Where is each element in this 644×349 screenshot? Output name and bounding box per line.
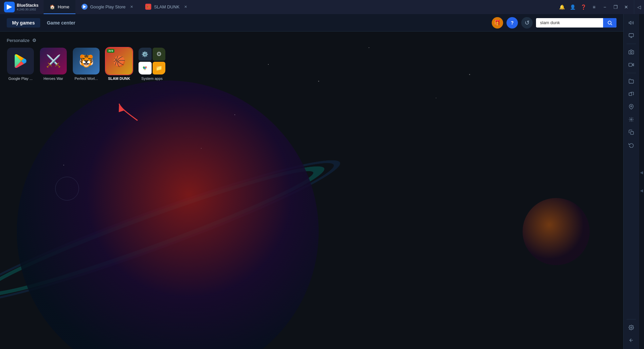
personalize-settings-icon[interactable]: ⚙: [32, 38, 37, 43]
slam-dunk-badge: 3V3: [107, 49, 114, 53]
tab-home[interactable]: 🏠 Home: [44, 0, 75, 14]
slam-dunk-icon-wrap: 3V3 🏀: [106, 48, 132, 74]
svg-line-4: [611, 24, 612, 25]
slam-dunk-tab-close[interactable]: ✕: [184, 5, 187, 9]
screenshot-button[interactable]: [625, 46, 637, 58]
help-button[interactable]: ❓: [578, 2, 588, 12]
system-apps-icon-wrap: ⚙️ ⚙ 📁: [139, 48, 165, 74]
sidebar-divider-3: [627, 319, 636, 319]
svg-point-12: [63, 165, 64, 165]
folder-button[interactable]: [625, 75, 637, 87]
google-play-label: Google Play ...: [8, 77, 33, 81]
svg-point-27: [631, 327, 632, 328]
gear-sub-icon: ⚙: [153, 48, 166, 61]
nav-tabs: My games Game center: [7, 18, 81, 28]
svg-point-20: [630, 51, 632, 53]
svg-point-24: [631, 106, 632, 107]
help-icon-button[interactable]: ?: [506, 17, 518, 29]
expand-button[interactable]: ◁: [634, 0, 644, 14]
app-perfect-world[interactable]: 🐯 Perfect Worl...: [72, 48, 100, 81]
multi-instance-button[interactable]: [625, 88, 637, 100]
edge-expand-top[interactable]: ◀: [640, 170, 643, 175]
files-sub-icon: 📁: [153, 62, 166, 75]
heroes-war-label: Heroes War: [44, 77, 63, 81]
personalize-label: Personalize: [7, 38, 30, 43]
search-input[interactable]: [536, 18, 603, 27]
apps-area: Personalize ⚙: [0, 32, 623, 87]
perfect-world-icon-wrap: 🐯: [73, 48, 100, 74]
app-system-apps[interactable]: ⚙️ ⚙ 📁: [138, 48, 166, 81]
svg-point-9: [234, 114, 235, 115]
app-version: 4.240.30.1002: [17, 8, 39, 11]
chrome-sub-icon: [139, 62, 152, 75]
refresh-button[interactable]: ↺: [521, 17, 533, 29]
titlebar-right-icons: 🔔 👤 ❓ ≡ − ❐ ✕: [554, 2, 634, 12]
svg-rect-17: [629, 34, 633, 37]
close-button[interactable]: ✕: [621, 2, 631, 12]
svg-marker-2: [83, 5, 86, 9]
heroes-war-icon-wrap: ⚔️: [40, 48, 67, 74]
copy-button[interactable]: [625, 126, 637, 138]
titlebar-tabs: 🏠 Home Google Play Store ✕ 🏀 SLAM DUNK ✕: [44, 0, 554, 14]
system-apps-label: System apps: [141, 77, 163, 81]
svg-rect-26: [631, 132, 634, 135]
menu-button[interactable]: ≡: [589, 2, 599, 12]
bluestacks-logo: BlueStacks 4.240.30.1002: [0, 2, 44, 12]
google-play-tab-label: Google Play Store: [90, 4, 126, 9]
personalize-row: Personalize ⚙: [7, 38, 616, 43]
home-tab-icon: 🏠: [50, 4, 55, 9]
volume-button[interactable]: [625, 17, 637, 29]
perfect-world-label: Perfect Worl...: [74, 77, 98, 81]
settings-sub-icon: ⚙️: [139, 48, 152, 61]
main-area: My games Game center 🎁 ? ↺: [0, 14, 644, 349]
settings-button[interactable]: [625, 321, 637, 334]
svg-rect-23: [629, 93, 632, 96]
svg-point-11: [201, 148, 202, 149]
google-play-icon-wrap: [7, 48, 34, 74]
account-button[interactable]: 👤: [568, 2, 578, 12]
svg-point-25: [631, 119, 632, 120]
record-button[interactable]: [625, 59, 637, 71]
app-heroes-war[interactable]: ⚔️ Heroes War: [40, 48, 67, 81]
gift-button[interactable]: 🎁: [492, 17, 503, 29]
toolbar: My games Game center 🎁 ? ↺: [0, 14, 623, 32]
svg-point-13: [55, 177, 79, 200]
app-name: BlueStacks: [17, 3, 39, 8]
svg-point-3: [608, 21, 611, 24]
apps-grid: Google Play ... ⚔️ Heroes War 🐯: [7, 48, 616, 81]
rotate-button[interactable]: [625, 139, 637, 151]
tab-google-play[interactable]: Google Play Store ✕: [75, 0, 140, 14]
display-button[interactable]: [625, 30, 637, 42]
edge-expand-bottom[interactable]: ◀: [640, 188, 643, 193]
notifications-button[interactable]: 🔔: [557, 2, 567, 12]
sidebar-divider-1: [627, 44, 636, 44]
sidebar-divider-2: [627, 73, 636, 73]
right-edge: ◀ ◀: [639, 14, 644, 349]
search-button[interactable]: [603, 18, 616, 28]
home-tab-label: Home: [58, 4, 69, 9]
back-button[interactable]: [625, 334, 637, 346]
toolbar-icons: 🎁 ? ↺: [492, 17, 616, 29]
location-button[interactable]: [625, 101, 637, 113]
app-google-play[interactable]: Google Play ...: [7, 48, 34, 81]
tab-slam-dunk[interactable]: 🏀 SLAM DUNK ✕: [139, 0, 193, 14]
svg-marker-21: [632, 64, 634, 66]
svg-marker-16: [629, 21, 631, 24]
sidebar-right: [623, 14, 639, 349]
restore-button[interactable]: ❐: [610, 2, 621, 12]
slam-dunk-tab-label: SLAM DUNK: [154, 4, 179, 9]
slam-dunk-label: SLAM DUNK: [108, 77, 130, 81]
content-area: My games Game center 🎁 ? ↺: [0, 14, 623, 349]
tab-my-games[interactable]: My games: [7, 18, 40, 28]
controls-button[interactable]: [625, 113, 637, 126]
svg-point-8: [436, 98, 436, 98]
svg-rect-22: [629, 63, 632, 66]
titlebar: BlueStacks 4.240.30.1002 🏠 Home Google P…: [0, 0, 644, 14]
search-box: [536, 18, 616, 28]
app-slam-dunk[interactable]: 3V3 🏀 SLAM DUNK: [105, 48, 133, 81]
minimize-button[interactable]: −: [600, 2, 610, 12]
tab-game-center[interactable]: Game center: [42, 18, 81, 28]
google-play-tab-close[interactable]: ✕: [130, 5, 133, 9]
